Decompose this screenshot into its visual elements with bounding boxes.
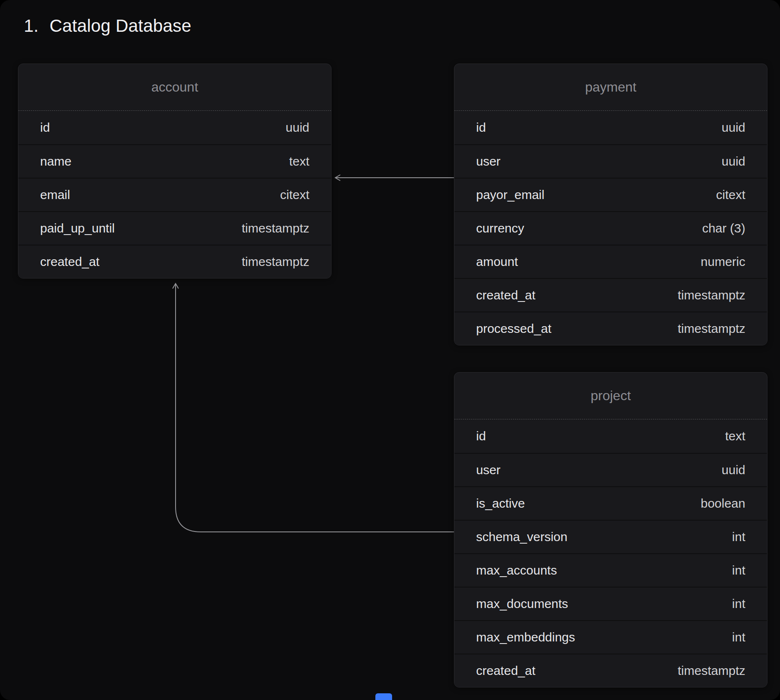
field-name: max_documents (476, 597, 568, 611)
field-type: timestamptz (678, 664, 745, 678)
field-type: int (732, 530, 745, 544)
field-type: uuid (721, 120, 745, 135)
table-row[interactable]: processed_at timestamptz (454, 312, 767, 345)
table-row[interactable]: schema_version int (454, 520, 767, 553)
field-name: payor_email (476, 188, 544, 202)
table-row[interactable]: id text (454, 419, 767, 453)
blue-handle[interactable] (375, 693, 392, 700)
field-name: is_active (476, 496, 525, 511)
table-row[interactable]: created_at timestamptz (18, 245, 331, 278)
table-row[interactable]: user uuid (454, 453, 767, 486)
field-name: amount (476, 255, 518, 269)
field-name: max_embeddings (476, 630, 575, 644)
field-type: int (732, 597, 745, 611)
field-name: user (476, 154, 500, 169)
table-row[interactable]: max_embeddings int (454, 620, 767, 654)
table-row[interactable]: name text (18, 144, 331, 178)
table-row[interactable]: id uuid (18, 111, 331, 144)
diagram-canvas[interactable]: 1. Catalog Database account id uuid name… (0, 0, 780, 700)
page-title-text: Catalog Database (49, 16, 191, 36)
field-name: id (40, 120, 50, 135)
field-type: numeric (701, 255, 745, 269)
field-type: timestamptz (678, 322, 745, 336)
field-type: uuid (721, 463, 745, 477)
table-payment-header[interactable]: payment (454, 64, 767, 111)
table-row[interactable]: payor_email citext (454, 178, 767, 211)
table-row[interactable]: max_documents int (454, 587, 767, 620)
connector-project-to-account (176, 284, 454, 532)
field-type: uuid (721, 154, 745, 169)
table-account-title: account (151, 79, 198, 95)
field-name: created_at (476, 288, 535, 302)
field-type: text (725, 429, 745, 443)
field-type: timestamptz (242, 255, 309, 269)
table-row[interactable]: email citext (18, 178, 331, 211)
table-account[interactable]: account id uuid name text email citext p… (18, 64, 331, 278)
table-row[interactable]: user uuid (454, 144, 767, 178)
table-project-title: project (591, 388, 631, 404)
field-name: paid_up_until (40, 221, 115, 235)
table-row[interactable]: max_accounts int (454, 553, 767, 587)
field-name: created_at (40, 255, 99, 269)
table-row[interactable]: created_at timestamptz (454, 278, 767, 312)
field-type: citext (280, 188, 309, 202)
field-name: created_at (476, 664, 535, 678)
field-type: timestamptz (242, 221, 309, 235)
field-name: user (476, 463, 500, 477)
table-row[interactable]: currency char (3) (454, 211, 767, 245)
page-title-number: 1. (24, 16, 38, 36)
field-type: char (3) (702, 221, 745, 235)
table-row[interactable]: created_at timestamptz (454, 654, 767, 687)
field-type: citext (716, 188, 745, 202)
field-name: max_accounts (476, 563, 557, 577)
field-name: name (40, 154, 71, 169)
field-name: id (476, 120, 486, 135)
table-row[interactable]: is_active boolean (454, 486, 767, 520)
table-row[interactable]: id uuid (454, 111, 767, 144)
table-payment-title: payment (585, 79, 637, 95)
field-name: schema_version (476, 530, 567, 544)
field-type: int (732, 563, 745, 577)
field-type: timestamptz (678, 288, 745, 302)
page-title: 1. Catalog Database (24, 16, 191, 36)
table-project[interactable]: project id text user uuid is_active bool… (454, 372, 767, 687)
field-type: boolean (701, 496, 745, 511)
field-name: processed_at (476, 322, 551, 336)
field-type: text (289, 154, 309, 169)
table-row[interactable]: amount numeric (454, 245, 767, 278)
field-name: email (40, 188, 70, 202)
field-type: uuid (285, 120, 309, 135)
field-name: currency (476, 221, 524, 235)
table-account-header[interactable]: account (18, 64, 331, 111)
field-type: int (732, 630, 745, 644)
table-row[interactable]: paid_up_until timestamptz (18, 211, 331, 245)
table-payment[interactable]: payment id uuid user uuid payor_email ci… (454, 64, 767, 345)
table-project-header[interactable]: project (454, 373, 767, 419)
field-name: id (476, 429, 486, 443)
